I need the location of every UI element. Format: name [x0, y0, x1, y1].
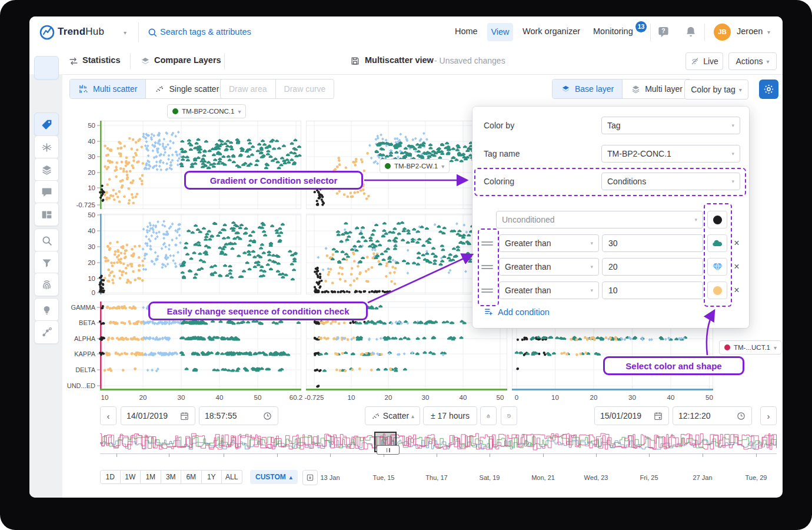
sidebar-item-context[interactable]	[34, 320, 59, 344]
nav-home[interactable]: Home	[455, 26, 478, 36]
coloring-select[interactable]: Conditions▾	[601, 173, 740, 190]
svg-text:BETA: BETA	[79, 319, 96, 326]
color-by-select[interactable]: Tag▾	[601, 117, 740, 134]
draw-curve-button[interactable]: Draw curve	[276, 80, 334, 98]
legend-chip-conc[interactable]: TM-BP2-CONC.1▾	[167, 104, 246, 118]
svg-text:-0.725: -0.725	[305, 394, 324, 401]
condition-swatch-diamond[interactable]	[707, 258, 727, 276]
svg-text:10: 10	[348, 394, 355, 401]
history-button[interactable]	[501, 406, 517, 425]
condition-drag-handle[interactable]	[481, 258, 493, 276]
condition-value-input[interactable]: 20	[602, 258, 703, 276]
nav-view[interactable]: View	[487, 23, 513, 41]
condition-operator-select[interactable]: Greater than▾	[499, 234, 599, 252]
condition-operator-select[interactable]: Greater than▾	[499, 258, 599, 276]
user-chevron-down-icon[interactable]: ▾	[767, 29, 770, 35]
draw-area-button[interactable]: Draw area	[221, 80, 276, 98]
base-layer-button[interactable]: Base layer	[553, 80, 623, 98]
svg-text:50: 50	[88, 211, 95, 218]
sidebar-item-tags[interactable]	[34, 112, 59, 136]
avatar[interactable]: JB	[714, 24, 731, 41]
range-button-1y[interactable]: 1Y	[202, 470, 222, 484]
multi-scatter-button[interactable]: Multi scatter	[70, 80, 146, 98]
range-button-3m[interactable]: 3M	[161, 470, 182, 484]
axis-tick-label: Fri, 25	[640, 474, 658, 481]
range-button-all[interactable]: ALL	[222, 470, 242, 484]
actions-button[interactable]: Actions▾	[728, 52, 777, 70]
remove-condition-button[interactable]: ×	[731, 281, 742, 299]
chart-settings-button[interactable]	[759, 80, 778, 99]
sidebar-item-layers[interactable]	[34, 158, 59, 181]
prev-interval-button[interactable]: ‹	[100, 406, 117, 425]
condition-value-input[interactable]: 30	[602, 234, 703, 252]
next-interval-button[interactable]: ›	[760, 406, 777, 425]
start-date-field[interactable]: 14/01/2019	[121, 406, 195, 425]
sidebar-item-recommendations[interactable]	[34, 298, 59, 322]
range-button-1w[interactable]: 1W	[121, 470, 141, 484]
axis-tick	[703, 453, 703, 457]
legend-chip-cw[interactable]: TM-BP2-CW.1▾	[380, 159, 450, 173]
circle-shape-icon	[711, 284, 724, 297]
brand-chevron-down-icon[interactable]: ▾	[124, 29, 127, 36]
axis-tick	[596, 453, 597, 457]
end-time-field[interactable]: 12:12:20	[673, 406, 752, 425]
user-menu[interactable]: Jeroen	[737, 26, 763, 36]
start-time-field[interactable]: 18:57:55	[199, 406, 278, 425]
sidebar-item-fingerprint[interactable]	[34, 273, 59, 296]
interval-duration-field[interactable]: ± 17 hours	[423, 406, 477, 425]
condition-swatch-cloud[interactable]	[707, 234, 727, 252]
sidebar-item-comments[interactable]	[34, 180, 59, 204]
svg-text:30: 30	[88, 243, 95, 250]
unconditioned-select[interactable]: Unconditioned▾	[496, 211, 703, 228]
unconditioned-swatch[interactable]	[707, 211, 727, 228]
end-date-field[interactable]: 15/01/2019	[594, 406, 669, 425]
search-input[interactable]: Search tags & attributes	[160, 27, 251, 37]
legend-chip-uct[interactable]: TM-...UCT.1▾	[719, 340, 782, 355]
timeline-window-handle[interactable]	[377, 445, 400, 455]
custom-range-button[interactable]: CUSTOM▴	[250, 470, 298, 484]
multi-scatter-icon	[78, 84, 89, 94]
live-button[interactable]: Live	[685, 52, 723, 70]
scatter-chart-0-r2[interactable]: 50403020100	[71, 214, 301, 307]
condition-drag-handle[interactable]	[481, 234, 493, 252]
sidebar-item-dashboard[interactable]	[34, 203, 59, 226]
sidebar-item-formulas[interactable]	[34, 135, 59, 159]
statistics-button[interactable]: Statistics	[82, 55, 120, 65]
nav-monitoring[interactable]: Monitoring	[593, 26, 633, 36]
remove-condition-button[interactable]: ×	[731, 234, 742, 252]
remove-condition-button[interactable]: ×	[731, 258, 742, 276]
search-icon[interactable]	[147, 27, 158, 38]
axis-tick-label: Mon, 21	[531, 474, 555, 481]
range-button-6m[interactable]: 6M	[181, 470, 202, 484]
chart-type-dropdown[interactable]: Scatter▴	[365, 406, 420, 425]
condition-drag-handle[interactable]	[481, 281, 493, 299]
compare-layers-button[interactable]: Compare Layers	[154, 55, 221, 65]
svg-text:40: 40	[88, 227, 95, 234]
lock-interval-button[interactable]	[480, 406, 497, 425]
condition-operator-select[interactable]: Greater than▾	[499, 281, 599, 299]
tag-name-select[interactable]: TM-BP2-CONC.1▾	[601, 145, 740, 163]
nav-work-organizer[interactable]: Work organizer	[523, 26, 580, 36]
range-button-1d[interactable]: 1D	[100, 470, 121, 484]
condition-swatch-circle[interactable]	[707, 281, 727, 299]
lock-icon	[486, 411, 491, 421]
multi-layer-button[interactable]: Multi layer	[623, 80, 691, 98]
single-scatter-button[interactable]: Single scatter	[146, 80, 227, 98]
add-condition-button[interactable]: Add condition	[484, 307, 550, 317]
divider	[138, 22, 139, 42]
sidebar-item-filter[interactable]	[34, 251, 59, 274]
gear-icon	[763, 84, 774, 95]
condition-value-input[interactable]: 10	[602, 281, 703, 299]
axis-tick	[437, 453, 437, 457]
timeline-scrubber[interactable]	[100, 432, 777, 452]
save-icon[interactable]	[350, 56, 360, 66]
svg-text:30: 30	[628, 394, 636, 401]
export-range-button[interactable]	[302, 470, 318, 485]
color-by-tag-button[interactable]: Color by tag▾	[684, 80, 748, 100]
svg-text:?: ?	[661, 27, 665, 34]
notifications-bell-icon[interactable]	[684, 25, 697, 38]
statistics-icon	[68, 56, 79, 67]
help-icon[interactable]: ?	[657, 25, 670, 39]
range-button-1m[interactable]: 1M	[141, 470, 161, 484]
sidebar-item-search[interactable]	[34, 228, 59, 252]
